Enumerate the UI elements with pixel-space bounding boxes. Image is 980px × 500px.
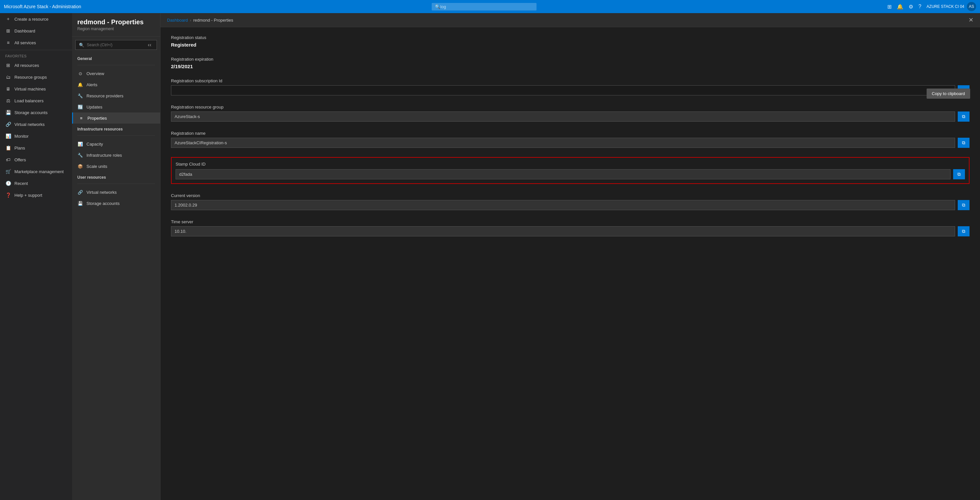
copy-to-clipboard-button[interactable]: Copy to clipboard <box>927 88 970 99</box>
sidebar-all-services-label: All services <box>14 40 36 45</box>
account-info[interactable]: AZURE STACK CI 04 AS <box>927 2 976 11</box>
bell-icon[interactable]: 🔔 <box>897 3 904 10</box>
sidebar-item-offers[interactable]: 🏷 Offers <box>0 154 72 166</box>
breadcrumb-separator: › <box>190 18 191 22</box>
current-version-input <box>171 200 955 210</box>
stamp-cloud-id-copy-button[interactable]: ⧉ <box>953 169 965 179</box>
nav-item-resource-providers[interactable]: 🔧 Resource providers <box>72 90 160 101</box>
reg-expiration-label: Registration expiration <box>171 57 969 62</box>
sidebar-item-plans[interactable]: 📋 Plans <box>0 142 72 154</box>
search-input[interactable] <box>440 4 533 9</box>
avatar[interactable]: AS <box>967 2 976 11</box>
recent-icon: 🕐 <box>5 181 11 186</box>
vnet-icon: 🔗 <box>5 121 11 127</box>
reg-name-input <box>171 138 955 148</box>
sidebar-item-virtual-machines[interactable]: 🖥 Virtual machines <box>0 83 72 95</box>
sidebar-item-virtual-networks[interactable]: 🔗 Virtual networks <box>0 118 72 130</box>
nav-item-capacity[interactable]: 📊 Capacity <box>72 138 160 150</box>
general-section-title: General <box>72 53 160 62</box>
nav-item-scale-units[interactable]: 📦 Scale units <box>72 161 160 172</box>
stamp-cloud-id-label: Stamp Cloud ID <box>175 161 965 166</box>
time-server-copy-button[interactable]: ⧉ <box>958 226 969 236</box>
reg-name-copy-button[interactable]: ⧉ <box>958 138 969 148</box>
sidebar-item-all-services[interactable]: ≡ All services <box>0 37 72 48</box>
middle-search-input[interactable] <box>87 43 143 47</box>
top-bar: Microsoft Azure Stack - Administration 🔍… <box>0 0 980 13</box>
middle-search-box[interactable]: 🔍 ‹‹ <box>75 40 157 50</box>
reg-rg-row: ⧉ <box>171 112 969 121</box>
sidebar-item-marketplace[interactable]: 🛒 Marketplace management <box>0 166 72 177</box>
reg-status-value: Registered <box>171 42 969 48</box>
reg-rg-group: Registration resource group ⧉ <box>171 105 969 121</box>
current-version-row: ⧉ <box>171 200 969 210</box>
collapse-icon[interactable]: ‹‹ <box>146 42 153 48</box>
sidebar-item-storage-accounts[interactable]: 💾 Storage accounts <box>0 107 72 118</box>
grid-icon[interactable]: ⊞ <box>887 3 892 10</box>
sidebar-item-help[interactable]: ❓ Help + support <box>0 189 72 201</box>
time-server-group: Time server ⧉ <box>171 219 969 236</box>
alerts-icon: 🔔 <box>77 81 83 88</box>
resource-providers-icon: 🔧 <box>77 93 83 99</box>
close-button[interactable]: ✕ <box>969 16 974 24</box>
middle-search-icon: 🔍 <box>79 43 84 48</box>
time-server-row: ⧉ <box>171 226 969 236</box>
capacity-icon: 📊 <box>77 141 83 147</box>
overview-icon: ⊙ <box>77 70 83 77</box>
current-version-label: Current version <box>171 193 969 198</box>
sidebar-item-resource-groups[interactable]: 🗂 Resource groups <box>0 71 72 83</box>
resource-groups-icon: 🗂 <box>5 74 11 80</box>
sidebar-dashboard-label: Dashboard <box>14 29 35 34</box>
sidebar-item-recent[interactable]: 🕐 Recent <box>0 177 72 189</box>
virtual-networks-nav-icon: 🔗 <box>77 189 83 195</box>
nav-item-updates[interactable]: 🔄 Updates <box>72 101 160 112</box>
plus-icon: ＋ <box>5 16 11 22</box>
reg-sub-id-group: Registration subscription Id ⧉ <box>171 78 969 96</box>
help-icon[interactable]: ? <box>918 3 921 10</box>
nav-item-alerts[interactable]: 🔔 Alerts <box>72 79 160 90</box>
account-name: AZURE STACK CI 04 <box>927 4 964 9</box>
favorites-label: FAVORITES <box>0 51 72 59</box>
sidebar-item-load-balancers[interactable]: ⚖ Load balancers <box>0 95 72 107</box>
properties-icon: ≡ <box>78 115 84 121</box>
reg-expiration-value: 2/19/2021 <box>171 64 969 69</box>
stamp-cloud-id-row: ⧉ <box>175 169 965 179</box>
monitor-icon: 📊 <box>5 133 11 139</box>
nav-item-storage-accounts[interactable]: 💾 Storage accounts <box>72 198 160 209</box>
reg-rg-copy-button[interactable]: ⧉ <box>958 112 969 121</box>
reg-sub-id-input <box>171 85 955 96</box>
lb-icon: ⚖ <box>5 98 11 104</box>
nav-item-overview[interactable]: ⊙ Overview <box>72 68 160 79</box>
nav-divider-3 <box>77 184 155 184</box>
nav-item-virtual-networks[interactable]: 🔗 Virtual networks <box>72 187 160 198</box>
middle-panel: redmond - Properties Region management 🔍… <box>72 13 161 500</box>
app-title: Microsoft Azure Stack - Administration <box>4 4 81 9</box>
registration-status-group: Registration status Registered <box>171 35 969 48</box>
breadcrumb-home-link[interactable]: Dashboard <box>167 18 188 22</box>
current-version-copy-button[interactable]: ⧉ <box>958 200 969 210</box>
reg-name-label: Registration name <box>171 131 969 136</box>
scale-units-icon: 📦 <box>77 163 83 169</box>
settings-icon[interactable]: ⚙ <box>908 3 913 10</box>
breadcrumb: Dashboard › redmond - Properties ✕ <box>161 13 980 27</box>
dashboard-icon: ⊞ <box>5 28 11 34</box>
main-content: Dashboard › redmond - Properties ✕ Copy … <box>161 13 980 500</box>
reg-name-group: Registration name ⧉ <box>171 131 969 148</box>
reg-status-label: Registration status <box>171 35 969 40</box>
infra-section-title: Infrastructure resources <box>72 124 160 133</box>
all-services-icon: ≡ <box>5 40 11 46</box>
nav-item-properties[interactable]: ≡ Properties <box>72 112 160 124</box>
time-server-label: Time server <box>171 219 969 224</box>
create-resource-button[interactable]: ＋ Create a resource <box>0 13 72 25</box>
nav-item-infra-roles[interactable]: 🔧 Infrastructure roles <box>72 150 160 161</box>
search-bar[interactable]: 🔍 <box>432 3 536 11</box>
sidebar-item-dashboard[interactable]: ⊞ Dashboard <box>0 25 72 37</box>
nav-divider-1 <box>77 65 155 65</box>
current-version-group: Current version ⧉ <box>171 193 969 210</box>
top-bar-right: ⊞ 🔔 ⚙ ? AZURE STACK CI 04 AS <box>887 2 976 11</box>
stamp-cloud-id-input <box>175 169 951 179</box>
create-resource-label: Create a resource <box>14 17 48 22</box>
sidebar-item-all-resources[interactable]: ⊞ All resources <box>0 59 72 71</box>
region-subtitle: Region management <box>77 27 155 31</box>
region-title: redmond - Properties <box>77 18 155 26</box>
sidebar-item-monitor[interactable]: 📊 Monitor <box>0 130 72 142</box>
